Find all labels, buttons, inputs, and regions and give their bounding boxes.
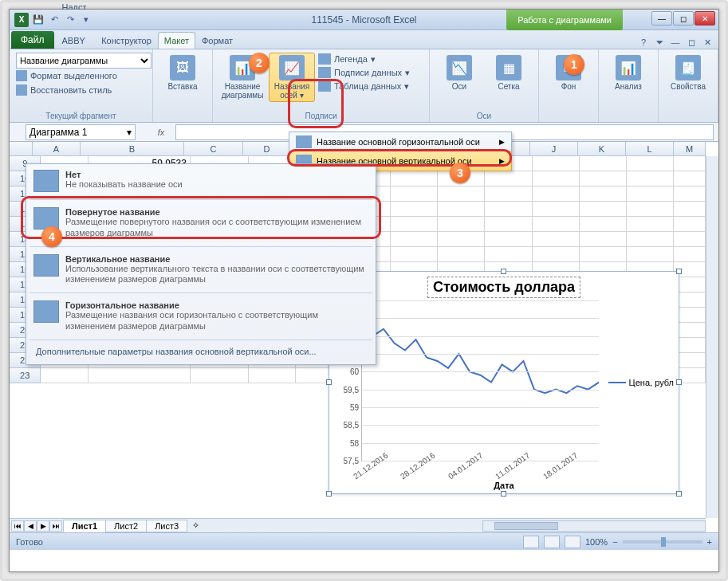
analysis-button[interactable]: 📊Анализ — [605, 53, 651, 93]
resize-handle[interactable] — [676, 269, 682, 274]
column-header[interactable]: J — [530, 142, 578, 155]
select-all-corner[interactable] — [10, 142, 33, 155]
page-break-view-button[interactable] — [565, 536, 580, 548]
tab-конструктор[interactable]: Конструктор — [95, 32, 158, 49]
first-sheet-icon[interactable]: ⏮ — [11, 520, 24, 532]
doc-close-icon[interactable]: ✕ — [701, 36, 714, 49]
cell[interactable] — [533, 156, 580, 171]
more-axis-title-options[interactable]: Дополнительные параметры названия основн… — [26, 342, 376, 361]
menu-item[interactable]: Горизонтальное названиеРазмещение назван… — [26, 295, 376, 338]
resize-handle[interactable] — [676, 491, 682, 497]
cell[interactable] — [580, 232, 627, 247]
cell[interactable] — [438, 202, 485, 217]
cell[interactable] — [485, 232, 532, 247]
cell[interactable] — [533, 247, 580, 262]
cell[interactable] — [580, 156, 627, 171]
cell[interactable] — [391, 186, 438, 202]
chevron-down-icon[interactable]: ▾ — [127, 127, 132, 138]
cell[interactable] — [391, 232, 438, 247]
cell[interactable] — [485, 171, 532, 186]
column-header[interactable]: K — [578, 142, 626, 155]
cell[interactable] — [485, 217, 532, 232]
menu-item[interactable]: НетНе показывать название оси — [26, 164, 376, 198]
qat-dropdown-icon[interactable]: ▾ — [80, 14, 92, 26]
cell[interactable] — [580, 171, 627, 186]
vertical-scrollbar[interactable] — [706, 156, 718, 518]
close-button[interactable]: ✕ — [695, 11, 715, 26]
axis-titles-button[interactable]: 📈 Названия осей ▾ — [269, 53, 315, 102]
normal-view-button[interactable] — [523, 536, 539, 548]
cell[interactable] — [533, 217, 580, 232]
resize-handle[interactable] — [501, 269, 506, 274]
cell[interactable] — [191, 368, 249, 383]
cell[interactable] — [627, 232, 674, 247]
maximize-button[interactable]: ◻ — [673, 11, 694, 26]
properties-button[interactable]: 🧾Свойства — [665, 53, 711, 93]
sheet-tab[interactable]: Лист3 — [146, 520, 187, 532]
axes-button[interactable]: 📉Оси — [436, 53, 482, 93]
legend-button[interactable]: Легенда ▾ — [318, 53, 410, 65]
chart-title[interactable]: Стоимость доллара — [427, 277, 580, 298]
zoom-slider[interactable] — [623, 540, 702, 544]
chart-plot-area[interactable]: 57,55858,55959,56060,56161,562 21.12.201… — [361, 300, 599, 461]
data-table-button[interactable]: Таблица данных ▾ — [318, 80, 410, 92]
minimize-button[interactable]: — — [651, 11, 672, 26]
menu-item[interactable]: Повернутое названиеРазмещение повернутог… — [26, 202, 376, 245]
cell[interactable] — [485, 202, 532, 217]
cell[interactable] — [627, 247, 674, 262]
cell[interactable] — [674, 171, 706, 186]
cell[interactable] — [41, 368, 88, 383]
cell[interactable] — [438, 247, 485, 262]
prev-sheet-icon[interactable]: ◀ — [24, 520, 37, 532]
cell[interactable] — [627, 171, 674, 186]
cell[interactable] — [627, 202, 674, 217]
column-header[interactable]: D — [243, 142, 291, 155]
tab-формат[interactable]: Формат — [195, 32, 239, 49]
minimize-ribbon-icon[interactable]: ⏷ — [653, 36, 666, 49]
cell[interactable] — [533, 186, 580, 202]
x-axis-label[interactable]: Дата — [494, 481, 514, 490]
zoom-in-button[interactable]: + — [707, 537, 712, 547]
doc-restore-icon[interactable]: ◻ — [685, 36, 698, 49]
row-header[interactable]: 23 — [10, 368, 41, 383]
cell[interactable] — [533, 232, 580, 247]
cell[interactable] — [391, 202, 438, 217]
cell[interactable] — [580, 217, 627, 232]
cell[interactable] — [391, 217, 438, 232]
cell[interactable] — [438, 232, 485, 247]
name-box[interactable]: Диаграмма 1▾ — [26, 124, 136, 140]
reset-style-button[interactable]: Восстановить стиль — [16, 83, 146, 97]
zoom-thumb[interactable] — [661, 537, 666, 547]
cell[interactable] — [580, 247, 627, 262]
gridlines-button[interactable]: ▦Сетка — [486, 53, 532, 93]
insert-button[interactable]: 🖼 Вставка — [159, 53, 206, 93]
chart-legend[interactable]: Цена, рубл — [608, 378, 674, 387]
cell[interactable] — [627, 217, 674, 232]
cell[interactable] — [674, 247, 706, 262]
format-selection-button[interactable]: Формат выделенного — [16, 69, 146, 83]
column-header[interactable]: L — [626, 142, 674, 155]
cell[interactable] — [674, 217, 706, 232]
resize-handle[interactable] — [326, 491, 332, 497]
resize-handle[interactable] — [501, 491, 506, 497]
redo-icon[interactable]: ↷ — [64, 14, 77, 26]
chart-object[interactable]: Стоимость доллара 57,55858,55959,56060,5… — [329, 271, 679, 494]
doc-minimize-icon[interactable]: — — [669, 36, 682, 49]
scrollbar-thumb[interactable] — [494, 522, 558, 530]
cell[interactable] — [391, 247, 438, 262]
cell[interactable] — [627, 186, 674, 202]
zoom-out-button[interactable]: − — [612, 537, 617, 547]
cell[interactable] — [249, 368, 296, 383]
cell[interactable] — [580, 202, 627, 217]
horizontal-scrollbar[interactable] — [482, 520, 706, 532]
column-header[interactable]: C — [184, 142, 243, 155]
cell[interactable] — [485, 247, 532, 262]
sheet-tab[interactable]: Лист2 — [105, 520, 147, 532]
horizontal-axis-title-item[interactable]: Название основной горизонтальной оси ▶ — [289, 132, 511, 151]
help-icon[interactable]: ? — [637, 36, 650, 49]
resize-handle[interactable] — [326, 379, 332, 385]
cell[interactable] — [674, 202, 706, 217]
cell[interactable] — [674, 232, 706, 247]
next-sheet-icon[interactable]: ▶ — [37, 520, 49, 532]
save-icon[interactable]: 💾 — [32, 14, 45, 26]
